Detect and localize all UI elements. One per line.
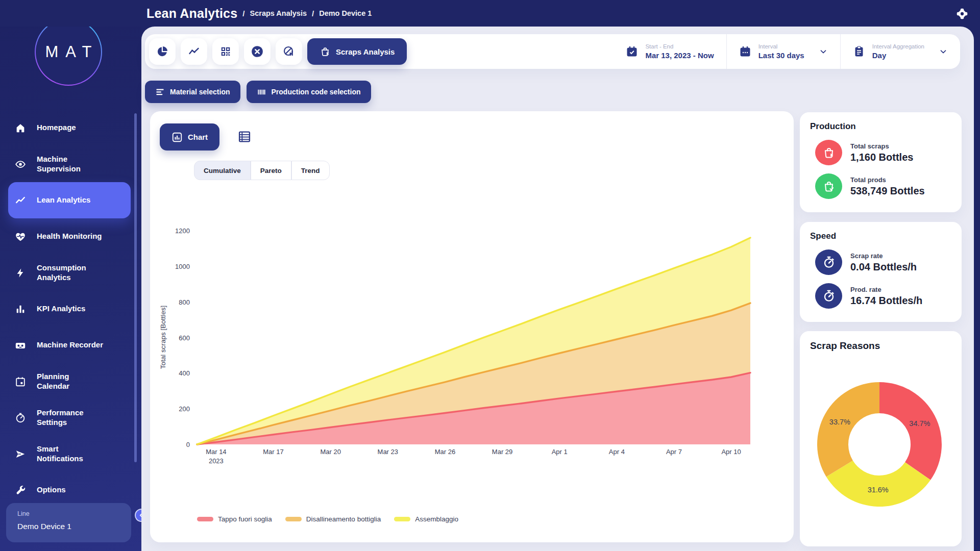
close-circle-tool-button[interactable]	[244, 38, 271, 65]
line-chart-tool-button[interactable]	[181, 38, 207, 65]
chevron-down-icon	[939, 47, 948, 56]
total-prods-value: 538,749 Bottles	[850, 185, 925, 197]
sidebar-item-machine-supervision[interactable]: Machine Supervision	[8, 146, 131, 182]
pie-chart-tool-button[interactable]	[149, 38, 176, 65]
wrench-icon	[15, 485, 26, 496]
clipboard-icon	[853, 45, 865, 58]
y-tick: 600	[179, 334, 190, 342]
donut-percentage-label: 33.7%	[829, 418, 850, 426]
breadcrumb-section[interactable]: Scraps Analysis	[250, 9, 307, 17]
y-tick: 0	[186, 441, 190, 448]
scrap-reasons-card: Scrap Reasons 34.7%31.6%33.7%	[800, 331, 962, 546]
legend-swatch-icon	[197, 517, 213, 521]
calendar-icon	[739, 45, 751, 58]
x-tick-year: 2023	[209, 457, 224, 465]
prod-rate-stat: Prod. rate 16.74 Bottles/h	[815, 283, 951, 309]
device-name: Demo Device 1	[17, 522, 120, 531]
device-selector[interactable]: Line Demo Device 1	[6, 503, 131, 542]
qr-code-icon	[220, 46, 231, 57]
logo-text: MAT	[38, 43, 99, 61]
donut-segment[interactable]	[879, 382, 942, 480]
scrap-rate-stat: Scrap rate 0.04 Bottles/h	[815, 249, 951, 275]
sidebar-item-machine-recorder[interactable]: Machine Recorder	[8, 327, 131, 363]
y-tick: 1000	[175, 263, 190, 270]
production-code-selection-button[interactable]: Production code selection	[247, 81, 371, 103]
date-range-select[interactable]: Start - End Mar 13, 2023 - Now	[614, 34, 726, 69]
x-tick: Mar 20	[320, 448, 340, 456]
bag-x-icon	[815, 140, 842, 165]
qr-code-tool-button[interactable]	[212, 38, 239, 65]
scraps-analysis-button[interactable]: Scraps Analysis	[307, 38, 407, 65]
y-tick: 200	[179, 405, 190, 413]
main-panel: Scraps Analysis Start - End Mar 13, 2023…	[141, 27, 974, 551]
recorder-icon	[15, 340, 26, 351]
topbar: Lean Analytics / Scraps Analysis / Demo …	[0, 0, 980, 27]
gauge-icon	[15, 412, 26, 423]
x-tick: Apr 4	[609, 448, 625, 456]
close-circle-icon	[251, 45, 264, 58]
scrap-rate-value: 0.04 Bottles/h	[850, 261, 917, 273]
time-filters: Start - End Mar 13, 2023 - Now Interval …	[614, 34, 960, 69]
home-icon	[15, 122, 26, 134]
x-tick: Mar 17	[263, 448, 283, 456]
chart-legend: Tappo fuori sogliaDisallineamento bottig…	[197, 515, 458, 523]
eye-icon	[15, 159, 26, 170]
breadcrumb-device[interactable]: Demo Device 1	[319, 9, 372, 17]
interval-aggregation-select[interactable]: Interval Aggregation Day	[840, 34, 960, 69]
legend-item[interactable]: Assemblaggio	[394, 515, 458, 523]
sidebar-item-planning-calendar[interactable]: Planning Calendar	[8, 363, 131, 399]
x-tick: Mar 26	[435, 448, 455, 456]
sidebar-nav: Homepage Machine Supervision Lean Analyt…	[0, 110, 141, 508]
interval-select[interactable]: Interval Last 30 days	[726, 34, 840, 69]
sidebar-item-consumption-analytics[interactable]: Consumption Analytics	[8, 255, 131, 291]
line-chart-icon	[188, 45, 200, 58]
x-tick: Apr 7	[666, 448, 682, 456]
prod-rate-value: 16.74 Bottles/h	[850, 295, 922, 307]
barcode-icon	[257, 87, 266, 97]
sidebar-item-lean-analytics[interactable]: Lean Analytics	[8, 182, 131, 218]
cumulative-area-chart[interactable]: 020040060080010001200Mar 142023Mar 17Mar…	[150, 111, 794, 542]
legend-swatch-icon	[394, 517, 410, 521]
calendar-icon	[15, 376, 26, 387]
y-axis-label: Total scraps [Bottles]	[159, 306, 167, 369]
x-tick: Mar 29	[492, 448, 512, 456]
donut-percentage-label: 34.7%	[909, 419, 930, 428]
page-title: Lean Analytics	[146, 6, 237, 21]
material-selection-button[interactable]: Material selection	[145, 81, 240, 103]
sidebar-scrollbar[interactable]	[134, 113, 137, 462]
sidebar-item-smart-notifications[interactable]: Smart Notifications	[8, 436, 131, 472]
x-tick: Apr 10	[721, 448, 741, 456]
trend-icon	[15, 195, 26, 206]
sidebar-item-kpi-analytics[interactable]: KPI Analytics	[8, 291, 131, 327]
sidebar-item-homepage[interactable]: Homepage	[8, 110, 131, 146]
speed-card: Speed Scrap rate 0.04 Bottles/h Prod. ra…	[800, 222, 962, 322]
aggregation-value: Day	[872, 51, 924, 60]
bar-chart-icon	[15, 304, 26, 315]
calendar-check-icon	[626, 45, 638, 58]
x-tick: Apr 1	[552, 448, 568, 456]
x-tick: Mar 23	[378, 448, 398, 456]
interval-value: Last 30 days	[758, 51, 804, 60]
x-tick: Mar 14	[206, 448, 226, 456]
device-line-label: Line	[17, 510, 120, 517]
speed-analysis-tool-button[interactable]	[276, 38, 302, 65]
donut-segment[interactable]	[817, 382, 879, 477]
speed-analysis-icon	[283, 45, 295, 58]
stopwatch-icon	[815, 249, 842, 275]
sidebar: MAT Homepage Machine Supervision Lean An…	[0, 0, 141, 551]
total-scraps-value: 1,160 Bottles	[850, 152, 913, 163]
total-scraps-stat: Total scraps 1,160 Bottles	[815, 140, 951, 165]
production-card: Production Total scraps 1,160 Bottles To…	[800, 112, 962, 212]
heart-pulse-icon	[15, 231, 26, 242]
sidebar-item-health-monitoring[interactable]: Health Monitoring	[8, 218, 131, 255]
gear-icon[interactable]	[955, 7, 969, 20]
y-tick: 800	[179, 298, 190, 306]
legend-item[interactable]: Tappo fuori soglia	[197, 515, 272, 523]
bag-x-icon	[320, 46, 331, 57]
legend-item[interactable]: Disallineamento bottiglia	[285, 515, 381, 523]
total-prods-stat: Total prods 538,749 Bottles	[815, 173, 951, 199]
sidebar-item-performance-settings[interactable]: Performance Settings	[8, 399, 131, 436]
scrap-reasons-donut[interactable]: 34.7%31.6%33.7%	[800, 353, 962, 546]
send-icon	[15, 448, 26, 460]
y-tick: 1200	[175, 227, 190, 235]
